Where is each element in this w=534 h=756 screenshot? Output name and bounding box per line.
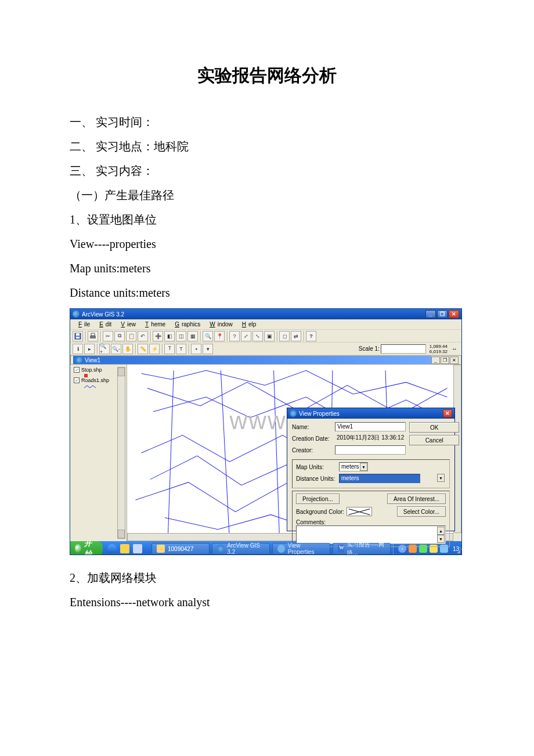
doc-body: 一、 实习时间： 二、 实习地点：地科院 三、 实习内容： （一）产生最佳路径 …	[70, 110, 464, 305]
task-arcview[interactable]: ArcView GIS 3.2	[212, 543, 270, 555]
ie-icon[interactable]	[107, 544, 117, 553]
locate-icon[interactable]: 📍	[214, 331, 225, 341]
scrollbar-corner	[453, 533, 461, 541]
theme-props-icon[interactable]: ◧	[164, 331, 175, 341]
line-1: 一、 实习时间：	[70, 110, 464, 134]
dialog-titlebar[interactable]: View Properties ✕	[287, 408, 454, 419]
open-table-icon[interactable]: ▦	[187, 331, 198, 341]
select-color-button[interactable]: Select Color...	[397, 506, 446, 517]
view-doc-icon	[75, 357, 82, 363]
close-button[interactable]: ✕	[449, 310, 459, 318]
minimize-button[interactable]: _	[425, 310, 436, 318]
menu-view[interactable]: View	[116, 321, 138, 328]
add-theme-icon[interactable]: ➕	[153, 331, 163, 341]
view-doc-restore[interactable]: ❐	[441, 357, 449, 364]
zoom-in-icon[interactable]: 🔍+	[99, 344, 110, 354]
cancel-button[interactable]: Cancel	[409, 435, 459, 445]
menu-window[interactable]: Window	[205, 321, 235, 328]
viewprops-task-icon	[277, 545, 285, 553]
zoom-out-icon[interactable]: 🔍-	[111, 344, 121, 354]
query-icon[interactable]: ?	[229, 331, 240, 341]
aoi-button[interactable]: Area Of Interest...	[387, 494, 446, 504]
undo-icon[interactable]: ↶	[138, 331, 148, 341]
identify-icon[interactable]: ℹ	[73, 344, 83, 354]
distunits-label: Distance Units:	[296, 476, 337, 482]
view-doc-close[interactable]: ✕	[450, 357, 459, 364]
toc-theme-label: Roads1.shp	[81, 377, 109, 383]
doc-title: 实验报告网络分析	[70, 64, 464, 88]
map-canvas[interactable]: www.bdocx.com View Properties ✕	[127, 365, 461, 541]
projection-button[interactable]: Projection...	[296, 494, 340, 504]
doc-body-continued: 2、加载网络模块 Entensions----network analyst	[70, 566, 464, 614]
dropdown-icon[interactable]: ▼	[437, 474, 445, 482]
cut-icon[interactable]: ✂	[103, 331, 113, 341]
save-icon[interactable]	[73, 331, 83, 341]
dropdown-icon[interactable]: ▼	[360, 463, 367, 471]
menu-edit[interactable]: Edit	[95, 321, 114, 328]
zoom-sel-icon[interactable]: ▣	[264, 331, 275, 341]
bgcolor-label: Background Color:	[296, 509, 344, 515]
toolbar-row-2: ℹ ▸ 🔍+ 🔍- ✋ 📏 ⚡ Ꭲ T ▪ ▾ Scale 1: 1,089.4…	[70, 343, 461, 355]
mail-icon[interactable]	[120, 544, 129, 553]
creator-label: Creator:	[292, 447, 333, 453]
show-desktop-icon[interactable]	[133, 544, 142, 553]
distunits-select[interactable]: meters	[339, 474, 420, 483]
menu-graphics[interactable]: Graphics	[170, 321, 203, 328]
scroll-up-icon[interactable]: ▲	[437, 527, 445, 535]
task-folder[interactable]: 10090427	[151, 543, 210, 555]
line-3: 三、 实习内容：	[70, 159, 464, 183]
task-word[interactable]: 实习报告----网络...	[333, 543, 391, 555]
bgcolor-swatch[interactable]	[347, 507, 372, 516]
paste-icon[interactable]: 📋	[126, 331, 136, 341]
menu-file[interactable]: File	[74, 321, 92, 328]
draw-icon[interactable]: ▪	[191, 344, 201, 354]
task-viewprops[interactable]: View Properties	[272, 543, 330, 555]
menu-theme[interactable]: Theme	[140, 321, 168, 328]
svg-rect-2	[76, 333, 80, 336]
zoom-active-icon[interactable]: ⤡	[252, 331, 263, 341]
checkbox-icon[interactable]	[74, 367, 80, 373]
edit-legend-icon[interactable]: ◫	[176, 331, 186, 341]
app-titlebar: ArcView GIS 3.2 _ ❐ ✕	[70, 309, 461, 319]
view-doc-title: View1	[85, 357, 100, 363]
app-title: ArcView GIS 3.2	[82, 311, 124, 318]
zoom-full-icon[interactable]: ⤢	[241, 331, 251, 341]
hotlink-icon[interactable]: ⚡	[149, 344, 160, 354]
help-icon[interactable]: ?	[306, 331, 316, 341]
pointer-icon[interactable]: ▸	[84, 344, 95, 354]
menubar: File Edit View Theme Graphics Window Hel…	[70, 319, 461, 330]
measure-icon[interactable]: 📏	[138, 344, 148, 354]
copy-icon[interactable]: ⧉	[114, 331, 125, 341]
windows-logo-icon	[75, 544, 81, 553]
ok-button[interactable]: OK	[409, 422, 459, 433]
scale-input[interactable]	[381, 344, 426, 354]
mapunits-select[interactable]: meters ▼	[339, 462, 368, 471]
toc-scrollbar[interactable]	[117, 367, 125, 539]
print-icon[interactable]	[88, 331, 98, 341]
arcview-task-icon	[217, 545, 224, 553]
scroll-down-icon[interactable]: ▼	[437, 535, 445, 543]
table-of-contents: Stop.shp Roads1.shp	[70, 365, 127, 541]
label-icon[interactable]: Ꭲ	[164, 344, 175, 354]
start-button[interactable]: 开始	[70, 541, 103, 555]
creation-value: 2010年11月23日 13:36:12	[335, 434, 406, 443]
find-icon[interactable]: 🔍	[203, 331, 213, 341]
dialog-close-button[interactable]: ✕	[443, 409, 452, 417]
switch-sel-icon[interactable]: ⇄	[291, 331, 301, 341]
view-doc-titlebar: View1 _ ❐ ✕	[70, 355, 461, 365]
view-doc-minimize[interactable]: _	[431, 357, 440, 364]
folder-icon	[157, 545, 165, 553]
svg-rect-3	[90, 336, 96, 339]
draw-drop-icon[interactable]: ▾	[203, 344, 213, 354]
maximize-button[interactable]: ❐	[437, 310, 448, 318]
pan-icon[interactable]: ✋	[122, 344, 133, 354]
name-field[interactable]: View1	[335, 422, 406, 431]
text-icon[interactable]: T	[176, 344, 186, 354]
checkbox-icon[interactable]	[74, 377, 80, 383]
menu-help[interactable]: Help	[237, 321, 259, 328]
creator-field[interactable]	[335, 445, 406, 455]
view-properties-dialog[interactable]: View Properties ✕ Name: View1 Creation D…	[287, 408, 455, 531]
view-main: Stop.shp Roads1.shp	[70, 365, 461, 541]
clear-sel-icon[interactable]: ◻	[279, 331, 290, 341]
line-10: Entensions----network analyst	[70, 590, 464, 614]
